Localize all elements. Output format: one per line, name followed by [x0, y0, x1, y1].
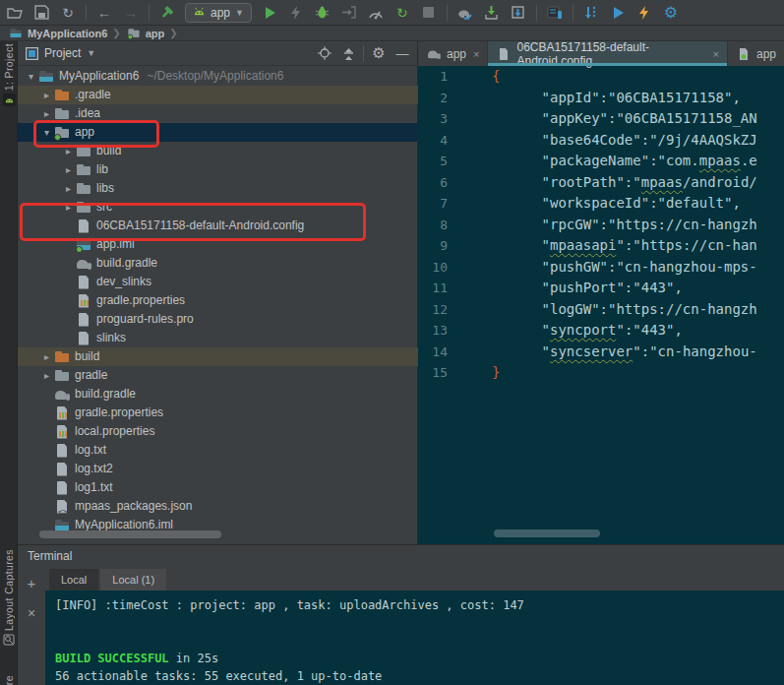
import-module-icon[interactable]: [483, 4, 501, 22]
build-hammer-icon[interactable]: [158, 4, 176, 22]
tree-row[interactable]: gradle.properties: [18, 404, 418, 422]
new-session-plus-icon[interactable]: +: [28, 575, 36, 592]
mpaas-settings-gear-icon[interactable]: ⚙: [662, 4, 680, 22]
terminal-output[interactable]: [INFO] :timeCost : project: app , task: …: [45, 591, 784, 685]
tree-item-icon: [76, 331, 91, 346]
gradle-sync-icon[interactable]: [456, 4, 474, 22]
tree-item-icon: [54, 349, 70, 365]
close-session-icon[interactable]: ×: [28, 605, 35, 621]
tree-row[interactable]: <> mpaas_packages.json: [18, 497, 418, 516]
gradle-icon: [427, 47, 441, 61]
code-line: 7 "workspaceId":"default",: [418, 193, 784, 215]
editor-tab-app-android[interactable]: app: [728, 41, 784, 66]
forward-arrow-icon[interactable]: →: [122, 4, 140, 22]
tree-row[interactable]: log.txt: [18, 441, 418, 460]
hide-panel-icon[interactable]: —: [393, 44, 411, 62]
editor-tab-label: app: [447, 47, 466, 61]
device-manager-icon[interactable]: [546, 4, 564, 22]
code-line: 3 "appKey":"06CBA15171158_AN: [418, 108, 784, 130]
tree-row[interactable]: ▸ libs: [18, 179, 418, 198]
project-panel-header: Project ▼ ⚙ —: [18, 41, 417, 66]
tree-row[interactable]: local.properties: [18, 422, 418, 441]
code-editor[interactable]: 1 { 2 "appId":"06CBA15171158", 3 "appKey…: [418, 66, 784, 544]
breadcrumb-item-project[interactable]: MyApplication6: [8, 26, 107, 41]
mpaas-run-icon[interactable]: [609, 4, 627, 22]
tree-item-icon: [54, 368, 70, 384]
tree-row[interactable]: ▸ build: [18, 347, 418, 366]
code-text: "workspaceId":"default",: [492, 193, 741, 215]
attach-debugger-icon[interactable]: [340, 4, 358, 22]
terminal-tab-local-1[interactable]: Local (1): [100, 569, 166, 591]
debug-bug-icon[interactable]: [314, 4, 332, 22]
run-configuration-select[interactable]: app ▼: [185, 3, 252, 23]
tree-row[interactable]: build.gradle: [18, 254, 418, 273]
save-icon[interactable]: [32, 4, 50, 22]
breadcrumb-item-app[interactable]: app: [126, 26, 165, 41]
project-horizontal-scrollbar[interactable]: [39, 530, 221, 538]
collapse-all-icon[interactable]: [339, 44, 357, 62]
tree-row[interactable]: log.txt2: [18, 460, 418, 478]
tree-row[interactable]: ▸ gradle: [18, 366, 418, 385]
close-icon[interactable]: ×: [473, 48, 479, 60]
tree-item-label: local.properties: [75, 422, 154, 441]
tool-button-layout-captures[interactable]: Layout Captures: [0, 549, 18, 646]
tree-row[interactable]: ▸ .gradle: [18, 86, 418, 104]
tree-expand-arrow[interactable]: ▸: [61, 179, 76, 198]
tree-row[interactable]: proguard-rules.pro: [18, 310, 418, 329]
tree-row[interactable]: build.gradle: [18, 385, 418, 404]
settings-gear-icon[interactable]: ⚙: [370, 44, 388, 62]
annotation-box-app: [33, 120, 159, 148]
tree-row[interactable]: dev_slinks: [18, 273, 418, 291]
tree-expand-arrow[interactable]: ▾: [24, 67, 38, 86]
tool-button-project[interactable]: 1: Project: [0, 43, 18, 106]
code-line: 10 "pushGW":"cn-hangzhou-mps-: [418, 257, 784, 279]
line-number: 2: [418, 88, 448, 109]
tree-expand-arrow[interactable]: ▸: [61, 160, 76, 179]
stop-icon[interactable]: [420, 4, 438, 22]
tool-button-partial[interactable]: re: [0, 675, 18, 685]
editor-tab-app-gradle[interactable]: app ×: [418, 41, 488, 66]
profiler-gauge-icon[interactable]: [367, 4, 385, 22]
terminal-gutter: + ×: [18, 567, 45, 685]
apply-changes-icon[interactable]: [287, 4, 305, 22]
editor-horizontal-scrollbar[interactable]: [494, 529, 600, 537]
sdk-manager-icon[interactable]: [510, 4, 527, 22]
code-line: 6 "rootPath":"mpaas/android/: [418, 172, 784, 194]
toolbar-separator: [149, 5, 150, 21]
editor-tab-config[interactable]: 06CBA15171158-default-Android.config ×: [488, 41, 728, 66]
run-button[interactable]: [261, 4, 278, 22]
terminal-tool-window: Terminal Local Local (1) + × [INFO] :tim…: [18, 544, 784, 685]
tree-row[interactable]: log1.txt: [18, 478, 418, 497]
ide-window: ↻ ← → app ▼ ↻: [0, 0, 784, 685]
tree-row[interactable]: slinks: [18, 329, 418, 347]
tree-item-label: gradle.properties: [96, 291, 185, 310]
tree-expand-arrow[interactable]: ▸: [39, 366, 54, 385]
breadcrumb-chevron: ❯: [169, 28, 177, 38]
tree-expand-arrow[interactable]: ▸: [39, 86, 54, 104]
editor-tab-bar: app × 06CBA15171158-default-Android.conf…: [418, 41, 784, 66]
code-line: 11 "pushPort":"443",: [418, 278, 784, 299]
code-line: 9 "mpaasapi":"https://cn-han: [418, 235, 784, 257]
tree-row[interactable]: ▸ lib: [18, 160, 418, 179]
tree-item-label: gradle.properties: [75, 404, 163, 422]
breadcrumb-label: MyApplication6: [28, 28, 107, 39]
mpaas-bolt-icon[interactable]: [635, 4, 653, 22]
terminal-tab-local[interactable]: Local: [49, 569, 98, 591]
open-folder-icon[interactable]: [6, 4, 24, 22]
sync-icon[interactable]: ↻: [59, 4, 77, 22]
android-icon: [193, 6, 206, 19]
project-tool-window: Project ▼ ⚙ — ▾ MyApplication6 ~/Desktop…: [18, 41, 418, 544]
tree-expand-arrow[interactable]: ▸: [39, 347, 54, 366]
line-number: 12: [418, 299, 448, 321]
sort-updown-icon[interactable]: [582, 4, 600, 22]
locate-crosshair-icon[interactable]: [316, 44, 333, 62]
toolbar-separator: [447, 5, 448, 21]
tree-row[interactable]: ▾ MyApplication6 ~/Desktop/MyApplication…: [18, 67, 418, 86]
chevron-down-icon[interactable]: ▼: [87, 48, 95, 58]
coverage-restart-icon[interactable]: ↻: [393, 4, 411, 22]
back-arrow-icon[interactable]: ←: [95, 4, 113, 22]
tree-row[interactable]: gradle.properties: [18, 291, 418, 310]
close-icon[interactable]: ×: [713, 48, 719, 60]
code-line: 15 }: [418, 362, 784, 384]
chevron-down-icon: ▼: [235, 8, 244, 18]
